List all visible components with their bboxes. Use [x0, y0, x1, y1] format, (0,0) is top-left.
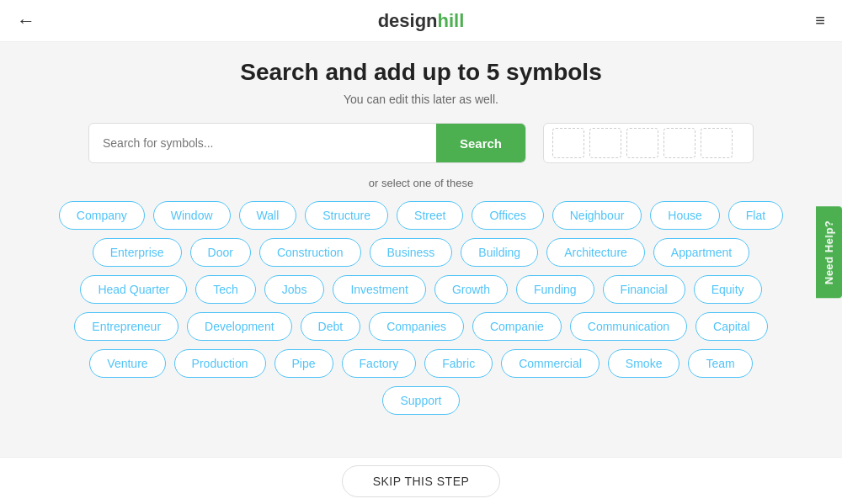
tag-support[interactable]: Support	[382, 386, 459, 415]
tag-equity[interactable]: Equity	[694, 275, 762, 304]
symbol-slots	[543, 123, 754, 163]
select-label: or select one of these	[369, 177, 473, 189]
tag-offices[interactable]: Offices	[472, 201, 543, 230]
tag-debt[interactable]: Debt	[301, 312, 361, 341]
symbol-slot-4[interactable]	[663, 128, 695, 158]
tag-enterprise[interactable]: Enterprise	[93, 238, 182, 267]
tag-production[interactable]: Production	[174, 349, 266, 378]
symbol-slot-1[interactable]	[552, 128, 584, 158]
tag-factory[interactable]: Factory	[342, 349, 417, 378]
symbol-slot-3[interactable]	[626, 128, 658, 158]
tag-construction[interactable]: Construction	[259, 238, 361, 267]
symbol-slot-2[interactable]	[589, 128, 621, 158]
tag-neighbour[interactable]: Neighbour	[552, 201, 642, 230]
tag-funding[interactable]: Funding	[516, 275, 594, 304]
back-button[interactable]: ←	[17, 10, 35, 32]
menu-button[interactable]: ≡	[815, 11, 825, 30]
logo-hill: hill	[438, 10, 465, 31]
tag-structure[interactable]: Structure	[305, 201, 388, 230]
tag-tech[interactable]: Tech	[195, 275, 256, 304]
tag-house[interactable]: House	[650, 201, 719, 230]
tag-flat[interactable]: Flat	[728, 201, 783, 230]
tag-investment[interactable]: Investment	[333, 275, 425, 304]
tag-building[interactable]: Building	[461, 238, 538, 267]
tag-fabric[interactable]: Fabric	[424, 349, 493, 378]
tag-team[interactable]: Team	[688, 349, 752, 378]
search-row: Search	[51, 123, 791, 163]
tag-development[interactable]: Development	[187, 312, 292, 341]
page-title: Search and add up to 5 symbols	[240, 59, 601, 86]
tag-financial[interactable]: Financial	[603, 275, 685, 304]
tag-commercial[interactable]: Commercial	[501, 349, 600, 378]
tag-head-quarter[interactable]: Head Quarter	[80, 275, 187, 304]
tag-street[interactable]: Street	[397, 201, 463, 230]
tag-venture[interactable]: Venture	[89, 349, 165, 378]
tag-companies[interactable]: Companies	[369, 312, 464, 341]
tag-architecture[interactable]: Architecture	[546, 238, 645, 267]
symbol-slot-5[interactable]	[701, 128, 733, 158]
page-subtitle: You can edit this later as well.	[344, 93, 498, 106]
tags-container: CompanyWindowWallStructureStreetOfficesN…	[51, 201, 791, 415]
tag-door[interactable]: Door	[190, 238, 251, 267]
tag-jobs[interactable]: Jobs	[264, 275, 325, 304]
tag-capital[interactable]: Capital	[695, 312, 768, 341]
tag-communication[interactable]: Communication	[570, 312, 687, 341]
need-help-button[interactable]: Need Help?	[816, 206, 842, 298]
skip-button[interactable]: SKIP THIS STEP	[342, 465, 501, 497]
tag-growth[interactable]: Growth	[434, 275, 508, 304]
top-nav: ← designhill ≡	[0, 0, 842, 42]
tag-wall[interactable]: Wall	[239, 201, 297, 230]
tag-window[interactable]: Window	[153, 201, 231, 230]
search-box: Search	[88, 123, 526, 163]
tag-appartment[interactable]: Appartment	[653, 238, 749, 267]
search-input[interactable]	[89, 124, 436, 162]
tag-company[interactable]: Company	[59, 201, 145, 230]
search-button[interactable]: Search	[436, 124, 525, 162]
tag-smoke[interactable]: Smoke	[608, 349, 680, 378]
logo-design: design	[378, 10, 438, 31]
bottom-bar: SKIP THIS STEP	[0, 457, 842, 504]
tag-business[interactable]: Business	[370, 238, 453, 267]
tag-companie[interactable]: Companie	[472, 312, 562, 341]
main-content: Search and add up to 5 symbols You can e…	[0, 42, 842, 432]
logo: designhill	[378, 10, 465, 32]
tag-pipe[interactable]: Pipe	[274, 349, 333, 378]
tag-entrepreneur[interactable]: Entrepreneur	[74, 312, 179, 341]
